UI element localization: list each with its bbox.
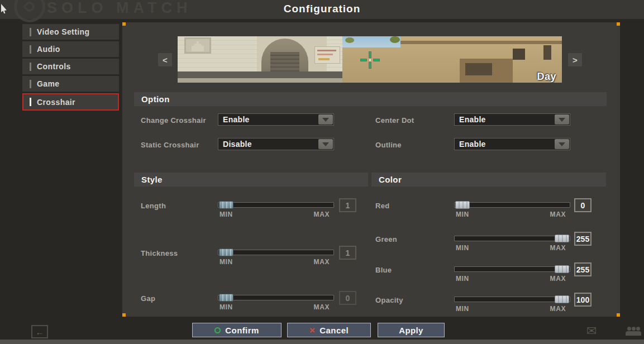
panel-corner-marker <box>617 313 620 317</box>
thickness-label: Thickness <box>141 249 178 257</box>
accent-bar <box>30 63 31 71</box>
confirm-button-label: Confirm <box>225 326 259 335</box>
crosshair-preview-image: Day <box>178 36 562 83</box>
sidebar-item-label: Controls <box>37 62 71 71</box>
opacity-slider[interactable] <box>454 297 570 302</box>
max-label: MAX <box>314 211 330 218</box>
min-label: MIN <box>220 258 233 266</box>
gap-slider-handle[interactable] <box>219 294 233 302</box>
thickness-slider[interactable] <box>218 250 334 255</box>
sidebar-item-controls[interactable]: Controls <box>22 59 119 74</box>
change-crosshair-label: Change Crosshair <box>141 116 206 125</box>
panel-corner-marker <box>122 22 126 26</box>
max-label: MAX <box>550 244 566 252</box>
cancel-button[interactable]: × Cancel <box>287 323 371 337</box>
gap-label: Gap <box>141 294 155 303</box>
apply-button-label: Apply <box>399 326 423 335</box>
chevron-down-icon[interactable] <box>555 114 569 125</box>
length-slider[interactable] <box>218 202 334 208</box>
min-label: MIN <box>220 303 233 311</box>
accent-bar <box>30 28 31 36</box>
style-section-header: Style <box>134 173 368 187</box>
confirm-circle-icon <box>214 327 221 333</box>
sidebar-item-label: Crosshair <box>37 98 75 107</box>
panel-corner-marker <box>617 22 620 26</box>
opacity-slider-handle[interactable] <box>555 295 569 303</box>
blue-slider-handle[interactable] <box>555 265 569 273</box>
apply-button[interactable]: Apply <box>378 323 445 337</box>
thickness-value[interactable]: 1 <box>339 246 356 260</box>
preview-variant-label: Day <box>537 71 556 83</box>
green-label: Green <box>375 235 397 243</box>
settings-sidebar: Video Setting Audio Controls Game Crossh… <box>22 24 119 112</box>
header-bar: SOLO MATCH Configuration <box>0 0 644 19</box>
dropdown-value: Enable <box>455 140 555 149</box>
max-label: MAX <box>550 305 566 313</box>
static-crosshair-dropdown[interactable]: Disable <box>218 138 334 150</box>
length-slider-handle[interactable] <box>219 201 233 209</box>
outline-label: Outline <box>375 141 402 149</box>
panel-corner-marker <box>122 313 126 317</box>
cancel-button-label: Cancel <box>319 326 349 335</box>
max-label: MAX <box>550 275 566 283</box>
min-label: MIN <box>456 244 469 252</box>
mail-icon[interactable]: ✉ <box>586 324 597 338</box>
crosshair-settings-panel: < Da <box>122 22 620 317</box>
max-label: MAX <box>550 211 566 218</box>
center-dot-label: Center Dot <box>375 116 414 125</box>
length-value[interactable]: 1 <box>339 198 356 212</box>
confirm-button[interactable]: Confirm <box>192 323 282 337</box>
accent-bar <box>30 80 31 88</box>
preview-next-button[interactable]: > <box>568 53 582 66</box>
chevron-down-icon[interactable] <box>555 139 569 149</box>
dropdown-value: Enable <box>455 115 555 124</box>
outline-dropdown[interactable]: Enable <box>454 138 570 150</box>
chevron-down-icon[interactable] <box>318 114 333 125</box>
gap-slider[interactable] <box>218 295 334 300</box>
min-label: MIN <box>456 275 469 283</box>
sidebar-item-audio[interactable]: Audio <box>22 41 119 57</box>
dropdown-value: Disable <box>218 140 318 149</box>
green-slider-handle[interactable] <box>555 235 569 242</box>
friends-icon[interactable] <box>626 327 641 336</box>
sidebar-item-label: Game <box>37 79 60 88</box>
blue-slider[interactable] <box>454 266 570 272</box>
preview-prev-button[interactable]: < <box>158 53 172 66</box>
cancel-x-icon: × <box>309 326 315 335</box>
static-crosshair-label: Static Crosshair <box>141 141 199 149</box>
min-label: MIN <box>220 211 233 218</box>
blue-value[interactable]: 255 <box>574 262 591 276</box>
thickness-slider-handle[interactable] <box>219 249 233 256</box>
sidebar-item-label: Video Setting <box>37 27 89 36</box>
sidebar-item-crosshair[interactable]: Crosshair <box>22 93 119 111</box>
center-dot-dropdown[interactable]: Enable <box>454 113 570 126</box>
back-icon[interactable]: ← <box>31 325 48 338</box>
min-label: MIN <box>456 305 469 313</box>
opacity-label: Opacity <box>375 296 403 304</box>
green-value[interactable]: 255 <box>574 232 591 246</box>
accent-bar <box>30 45 31 54</box>
color-section-header: Color <box>371 173 606 187</box>
red-label: Red <box>375 202 389 210</box>
change-crosshair-dropdown[interactable]: Enable <box>218 113 334 126</box>
option-section-header: Option <box>134 92 607 106</box>
max-label: MAX <box>314 303 330 311</box>
sidebar-item-video-setting[interactable]: Video Setting <box>22 24 119 40</box>
length-label: Length <box>141 202 166 210</box>
configuration-screen: SOLO MATCH Configuration Video Setting A… <box>0 0 644 344</box>
blue-label: Blue <box>375 266 392 274</box>
opacity-value[interactable]: 100 <box>574 293 591 307</box>
accent-bar <box>30 98 31 106</box>
sidebar-item-label: Audio <box>37 45 60 54</box>
red-slider[interactable] <box>454 202 570 208</box>
page-title: Configuration <box>0 3 644 15</box>
red-value[interactable]: 0 <box>574 198 591 212</box>
dropdown-value: Enable <box>218 115 318 124</box>
green-slider[interactable] <box>454 236 570 241</box>
red-slider-handle[interactable] <box>455 201 470 209</box>
min-label: MIN <box>456 211 469 218</box>
chevron-down-icon[interactable] <box>318 139 333 149</box>
sidebar-item-game[interactable]: Game <box>22 76 119 92</box>
gap-value[interactable]: 0 <box>339 291 356 305</box>
max-label: MAX <box>314 258 330 266</box>
